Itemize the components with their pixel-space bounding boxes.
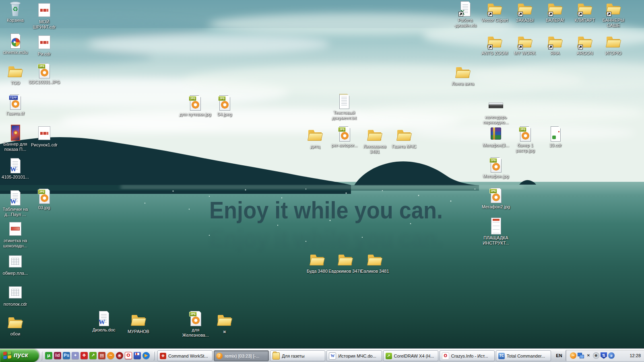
desktop-icon[interactable]: W4105-20101... (0, 158, 32, 180)
desktop-icon[interactable]: MY WORK (508, 34, 542, 56)
desktop-icon[interactable]: WДизель.doc (87, 311, 121, 333)
desktop-icon[interactable]: потолок.cdr (0, 285, 32, 307)
folder-icon (487, 1, 503, 17)
shortcut-arrow-icon (548, 12, 553, 16)
folder-icon (217, 312, 233, 328)
desktop-icon[interactable]: ПЛАЩАДКА ИНСТРУКТ... (479, 218, 513, 246)
error-report-icon[interactable]: ✕ (585, 352, 592, 359)
desktop-icon[interactable]: TIFFГазета.tif (0, 94, 32, 116)
dictionary-icon[interactable]: ▤ (98, 352, 105, 359)
desktop-icon[interactable]: Текстовый документ.txt (327, 93, 361, 121)
coreldraw-icon[interactable]: ↗ (89, 352, 97, 359)
desktop-icon[interactable]: Евдокимов 3478 (328, 252, 362, 274)
desktop-icon[interactable]: обои (0, 315, 32, 337)
opera-icon: O (442, 352, 449, 360)
jpg-icon: JPG (36, 188, 52, 204)
shortcut-arrow-icon (488, 12, 493, 16)
aimp-icon[interactable]: ◉ (116, 352, 123, 359)
taskbar-task-button[interactable]: OCrazys.Info - Ист... (440, 350, 495, 361)
opera-icon[interactable]: O (125, 352, 132, 359)
desktop-icon[interactable]: JPG54.jpeg (208, 95, 242, 117)
corel-capture-icon[interactable]: ❖ (80, 352, 88, 359)
desktop-icon[interactable]: ЯНА (538, 34, 572, 56)
icon-label: 10.cdr (539, 143, 572, 148)
desktop-icon[interactable]: ВАЛЕРА! (538, 1, 572, 23)
icon-label: МОЙ ШРИФТ.cdr (27, 19, 61, 30)
punto-switcher-icon[interactable]: ~ (570, 352, 576, 359)
desktop-icon[interactable]: ж (208, 312, 242, 334)
icon-badge: JPG (519, 127, 526, 132)
taskbar-task-button[interactable]: WИстория МЧС.do... (326, 350, 382, 361)
labelthumb-icon (7, 221, 23, 237)
coreldraw-icon: ↗ (386, 353, 392, 359)
task-label: Crazys.Info - Ист... (451, 354, 490, 358)
desktop-icon[interactable]: Vector Clipart (478, 1, 512, 23)
desktop-icon[interactable]: JPGдля путевки.jpg (178, 95, 212, 117)
icon-label: Газета.tif (0, 111, 32, 116)
punto-switcher-icon[interactable]: ~ (107, 352, 114, 359)
tasks-grip[interactable] (153, 351, 154, 360)
folder-icon (517, 34, 533, 50)
desktop-icon[interactable]: JPGМегафон2.jpg (479, 187, 513, 210)
icon-badge: ♻ (7, 6, 23, 13)
txt-icon (336, 93, 352, 109)
desktop-icon[interactable]: XРабота -дизайн.xls (448, 1, 482, 28)
shortcut-arrow-icon (518, 12, 523, 16)
player-icon[interactable]: ▶ (142, 352, 150, 359)
desktop-icon[interactable]: ЗАКАЗЫ (508, 1, 542, 23)
desktop-icon[interactable]: Лонга вита (446, 64, 480, 86)
volume-icon[interactable]: ● (593, 352, 599, 359)
taskbar-task-button[interactable]: ♪remix) [03:23] [-... (214, 350, 269, 361)
icon-label: Работа -дизайн.xls (448, 18, 482, 28)
icon-label: Дизель.doc (87, 327, 121, 333)
desktop-icon[interactable]: ANTS ZOOM (478, 34, 512, 56)
start-button[interactable]: пуск (0, 349, 39, 362)
icon-label: обмер.пла... (0, 271, 32, 276)
desktop-icon[interactable]: календарь перекидно... (479, 98, 513, 125)
icon-badge: JPG (38, 189, 45, 194)
jpg-icon: JPG (187, 95, 203, 111)
desktop-icon[interactable]: Лихоманов 3481 (358, 127, 392, 154)
winamp-icon: ♪ (216, 353, 223, 359)
desktop-icon[interactable]: Ри.cdr (27, 35, 61, 57)
icon-label: Газета МЧС (387, 144, 421, 149)
desktop-icon[interactable]: Саликов 3481 (358, 252, 392, 274)
desktop-icon[interactable]: ИГОРЮ (597, 34, 630, 56)
icon-label: Ри.cdr (27, 51, 61, 57)
photoshop-icon[interactable]: Ps (63, 352, 70, 359)
taskbar-task-button[interactable]: ↗CorelDRAW X4 (H... (383, 350, 438, 361)
desktop-icon[interactable]: МОЙ ШРИФТ.cdr (27, 2, 61, 30)
icon-label: для путевки.jpg (178, 112, 212, 117)
desktop-icon[interactable]: JPGМегафон.jpg (479, 157, 513, 179)
quick-launch-grip[interactable] (41, 351, 42, 360)
desktop-icon[interactable]: Газета МЧС (387, 127, 421, 149)
icon-label: ПЛАЩАДКА ИНСТРУКТ... (479, 235, 513, 246)
graphics-app-icon[interactable]: ✦ (72, 352, 79, 359)
network-icon[interactable] (578, 352, 584, 359)
utorrent-icon[interactable]: µ (45, 352, 52, 359)
desktop-icon[interactable]: Рисунок1.cdr (27, 125, 61, 148)
desktop-icon[interactable]: обмер.пла... (0, 254, 32, 276)
desktop-icon[interactable]: JPGбанер 1 растр.jpg (508, 126, 542, 153)
desktop-icon[interactable]: БАННЕРЫ САШЕ (597, 1, 630, 28)
desktop-icon[interactable]: дитц (298, 127, 332, 149)
plan-icon (7, 285, 23, 301)
desktop-icon[interactable]: JPGSDC10331.JPG (27, 63, 61, 85)
taskbar-task-button[interactable]: ❖Command WorkSt... (157, 350, 213, 361)
usb-icon[interactable]: ⇅ (601, 352, 607, 359)
icon-label: per-avtopor... (328, 143, 361, 148)
desktop-icon[interactable]: JPGper-avtopor... (328, 126, 361, 148)
clock[interactable]: 12:28 (630, 353, 641, 358)
taskbar-task-button[interactable]: TCTotal Commander... (496, 350, 551, 361)
icon-badge: W (99, 319, 105, 325)
indesign-icon[interactable]: Id (54, 352, 61, 359)
taskbar-task-button[interactable]: Для газеты (270, 350, 325, 361)
alcohol-icon[interactable]: a (608, 352, 615, 359)
desktop-icon[interactable]: МУРАНОВ (122, 312, 155, 334)
language-indicator[interactable]: EN (553, 350, 566, 360)
desktop-icon[interactable]: JPG03.jpg (27, 188, 61, 210)
desktop-icon[interactable]: 10.cdr (539, 126, 572, 148)
desktop-icon[interactable]: Мегафон(3... (479, 126, 513, 148)
save-icon[interactable] (134, 352, 141, 359)
desktop-icon[interactable]: этикетка на шоколадн... (0, 221, 32, 249)
